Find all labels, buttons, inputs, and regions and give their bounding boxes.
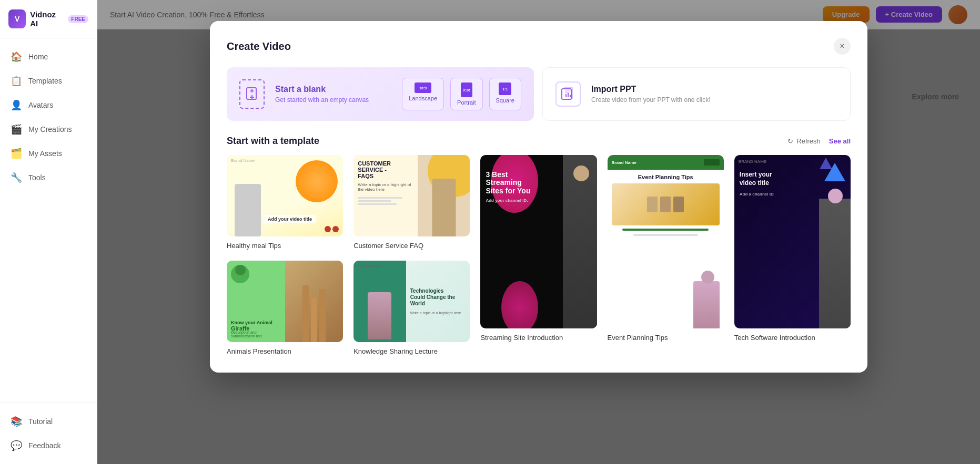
tools-icon: 🔧 [11, 172, 22, 183]
template-grid: Brand Name Add your video title Healthy … [227, 155, 851, 356]
free-badge: FREE [68, 15, 88, 23]
refresh-label: Refresh [796, 137, 821, 145]
animals-visual: Know your AnimalGiraffe Description ands… [227, 261, 343, 342]
sidebar-item-tools[interactable]: 🔧 Tools [0, 166, 97, 190]
refresh-button[interactable]: ↻ Refresh [787, 137, 821, 145]
ppt-icon [555, 81, 581, 107]
event-visual: Brand Name Event Planning Tips [608, 155, 724, 328]
template-name-customer: Customer Service FAQ [353, 242, 423, 250]
template-thumb-customer: CUSTOMERSERVICE -FAQS Write a topic or a… [353, 155, 470, 236]
tutorial-icon: 📚 [11, 416, 22, 427]
aspect-square-button[interactable]: 1:1 Square [489, 78, 521, 110]
template-name-streaming: Streaming Site Introduction [480, 334, 563, 342]
my-assets-icon: 🗂️ [11, 148, 22, 159]
sidebar-item-label: My Assets [28, 149, 62, 158]
start-blank-option[interactable]: Start a blank Get started with an empty … [227, 67, 534, 121]
sidebar-item-feedback[interactable]: 💬 Feedback [0, 434, 97, 458]
orange-decoration [296, 160, 338, 202]
square-icon: 1:1 [499, 83, 511, 95]
create-options: Start a blank Get started with an empty … [227, 67, 851, 121]
landscape-icon: 16:9 [415, 83, 431, 93]
sidebar-item-tutorial[interactable]: 📚 Tutorial [0, 409, 97, 434]
app-logo-icon: V [8, 9, 26, 28]
template-card-healthy[interactable]: Brand Name Add your video title Healthy … [227, 155, 343, 250]
blank-text: Start a blank Get started with an empty … [275, 85, 369, 104]
template-name-event: Event Planning Tips [608, 334, 668, 342]
sidebar-item-templates[interactable]: 📋 Templates [0, 69, 97, 93]
landscape-label: Landscape [409, 95, 437, 101]
ppt-text: Import PPT Create video from your PPT wi… [591, 85, 711, 104]
template-name-animals: Animals Presentation [227, 347, 291, 355]
aspect-landscape-button[interactable]: 16:9 Landscape [402, 78, 444, 110]
person-silhouette [235, 184, 261, 236]
template-card-customer[interactable]: CUSTOMERSERVICE -FAQS Write a topic or a… [353, 155, 470, 250]
template-thumb-event: Brand Name Event Planning Tips [608, 155, 724, 328]
template-card-animals[interactable]: Know your AnimalGiraffe Description ands… [227, 261, 343, 356]
template-thumb-animals: Know your AnimalGiraffe Description ands… [227, 261, 343, 342]
ppt-title: Import PPT [591, 85, 711, 94]
template-section-title: Start with a template [227, 136, 319, 147]
blank-subtitle: Get started with an empty canvas [275, 96, 369, 104]
sidebar-item-label: Templates [28, 77, 62, 85]
modal-overlay: Create Video × [97, 0, 980, 464]
sidebar-item-label: My Creations [28, 125, 72, 133]
blank-title: Start a blank [275, 85, 369, 94]
sidebar-logo: V Vidnoz AI FREE [0, 0, 97, 38]
template-card-streaming[interactable]: 3 BestStreamingSites for You Add your ch… [480, 155, 597, 356]
modal-title: Create Video [227, 40, 291, 53]
modal-close-button[interactable]: × [834, 38, 851, 55]
home-icon: 🏠 [11, 51, 22, 63]
templates-icon: 📋 [11, 75, 22, 87]
sidebar-item-home[interactable]: 🏠 Home [0, 45, 97, 69]
sidebar-item-label: Feedback [28, 441, 60, 450]
sidebar-item-my-assets[interactable]: 🗂️ My Assets [0, 141, 97, 166]
sidebar-item-label: Tools [28, 173, 46, 182]
knowledge-visual: Brand Name TechnologiesCould Change theW… [353, 261, 470, 342]
template-name-healthy: Healthy meal Tips [227, 242, 281, 250]
sidebar-item-label: Avatars [28, 101, 53, 109]
healthy-visual: Brand Name Add your video title [227, 155, 343, 236]
customer-visual: CUSTOMERSERVICE -FAQS Write a topic or a… [353, 155, 470, 236]
app-name: Vidnoz AI [30, 10, 63, 28]
blank-icon [239, 79, 265, 109]
template-card-event[interactable]: Brand Name Event Planning Tips [608, 155, 724, 356]
feedback-icon: 💬 [11, 440, 22, 451]
sidebar-item-avatars[interactable]: 👤 Avatars [0, 93, 97, 117]
template-thumb-knowledge: Brand Name TechnologiesCould Change theW… [353, 261, 470, 342]
sidebar-nav: 🏠 Home 📋 Templates 👤 Avatars 🎬 My Creati… [0, 38, 97, 403]
sidebar: V Vidnoz AI FREE 🏠 Home 📋 Templates 👤 Av… [0, 0, 97, 464]
portrait-icon: 9:16 [461, 83, 472, 97]
template-card-tech[interactable]: BRAND NAME Insert yourvideo title Add a … [734, 155, 851, 356]
tech-visual: BRAND NAME Insert yourvideo title Add a … [734, 155, 851, 328]
see-all-button[interactable]: See all [829, 137, 851, 145]
main-content: Start AI Video Creation, 100% Free & Eff… [97, 0, 980, 464]
import-ppt-option[interactable]: Import PPT Create video from your PPT wi… [542, 67, 851, 121]
square-label: Square [496, 97, 514, 104]
template-thumb-streaming: 3 BestStreamingSites for You Add your ch… [480, 155, 597, 328]
template-name-knowledge: Knowledge Sharing Lecture [353, 347, 438, 355]
template-card-knowledge[interactable]: Brand Name TechnologiesCould Change theW… [353, 261, 470, 356]
refresh-icon: ↻ [787, 137, 793, 145]
my-creations-icon: 🎬 [11, 123, 22, 135]
modal-header: Create Video × [227, 38, 851, 55]
template-name-tech: Tech Software Introduction [734, 334, 815, 342]
aspect-portrait-button[interactable]: 9:16 Portrait [450, 78, 482, 110]
create-video-modal: Create Video × [210, 21, 867, 373]
template-thumb-healthy: Brand Name Add your video title [227, 155, 343, 236]
template-thumb-tech: BRAND NAME Insert yourvideo title Add a … [734, 155, 851, 328]
aspect-ratios: 16:9 Landscape 9:16 Portrait [402, 78, 521, 110]
sidebar-item-label: Home [28, 53, 48, 61]
streaming-visual: 3 BestStreamingSites for You Add your ch… [480, 155, 597, 328]
avatars-icon: 👤 [11, 99, 22, 111]
portrait-label: Portrait [457, 99, 476, 106]
ppt-subtitle: Create video from your PPT with one clic… [591, 96, 711, 104]
section-actions: ↻ Refresh See all [787, 137, 851, 145]
sidebar-bottom: 📚 Tutorial 💬 Feedback [0, 403, 97, 464]
sidebar-item-my-creations[interactable]: 🎬 My Creations [0, 117, 97, 141]
sidebar-item-label: Tutorial [28, 417, 53, 426]
template-section-header: Start with a template ↻ Refresh See all [227, 136, 851, 147]
